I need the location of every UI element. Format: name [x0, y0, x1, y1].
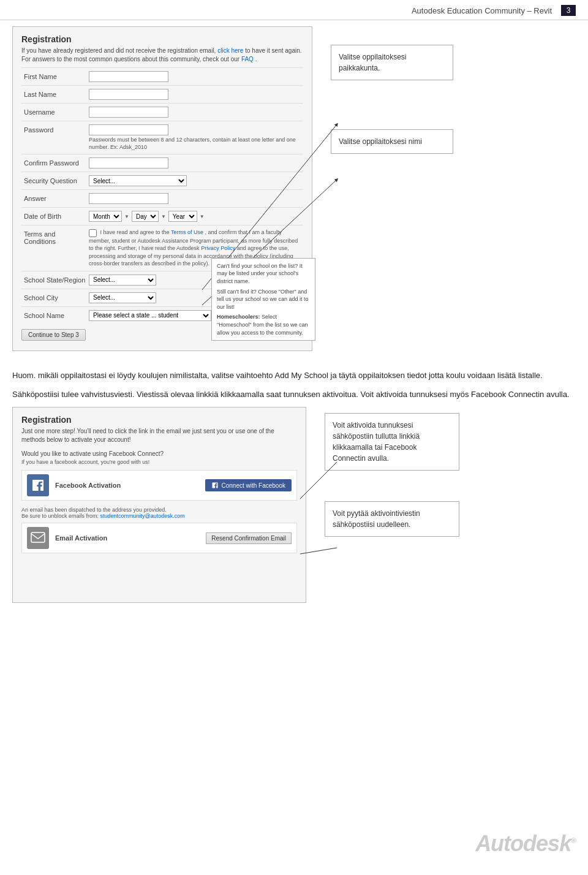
fb-sublabel: If you have a facebook account, you're g…: [21, 459, 297, 465]
form-row-confirm-password: Confirm Password: [21, 154, 303, 172]
tooltip3: Voit aktivoida tunnuksesi sähköpostiin t…: [325, 413, 459, 471]
form-row-answer: Answer: [21, 189, 303, 207]
fb-question: Would you like to activate using Faceboo…: [21, 450, 297, 457]
email-icon: [27, 527, 49, 549]
email-dispatch-text: An email has been dispatched to the addr…: [21, 507, 297, 519]
select-month[interactable]: Month: [89, 211, 122, 222]
field-confirm-password: [89, 157, 303, 169]
tooltip4-text: Voit pyytää aktivointiviestin sähköposti…: [333, 509, 420, 529]
dob-separator1: ▼: [124, 214, 129, 219]
email-dispatch-line1: An email has been dispatched to the addr…: [21, 507, 167, 513]
label-security: Security Question: [21, 175, 89, 184]
body-text2: Sähköpostiisi tulee vahvistusviesti. Vie…: [12, 388, 576, 401]
label-answer: Answer: [21, 193, 89, 202]
terms-prefix: I have read and agree to the: [100, 229, 171, 235]
form-row-schoolname: School Name Please select a state ... st…: [21, 306, 303, 324]
label-confirm-password: Confirm Password: [21, 157, 89, 167]
input-firstname[interactable]: [89, 71, 168, 82]
input-username[interactable]: [89, 107, 168, 118]
field-password: Passwords must be between 8 and 12 chara…: [89, 124, 303, 151]
tooltip-area-1: Valitse oppilaitoksesi paikkakunta. Vali…: [312, 26, 576, 360]
label-firstname: First Name: [21, 71, 89, 80]
intro-text3: For answers to the most common questions…: [21, 56, 241, 63]
label-password: Password: [21, 124, 89, 134]
registration2-screenshot: Registration Just one more step! You'll …: [12, 407, 306, 603]
email-activation-item: Email Activation Resend Confirmation Ema…: [21, 523, 297, 553]
registered-mark: ®: [571, 836, 576, 845]
connect-facebook-label: Connect with Facebook: [221, 482, 285, 489]
page-number: 3: [561, 5, 576, 16]
form-row-username: Username: [21, 103, 303, 121]
fb-sublabel-text: If you have a facebook account, you're g…: [21, 459, 149, 465]
connect-facebook-btn[interactable]: Connect with Facebook: [205, 479, 292, 491]
privacy-policy-link[interactable]: Privacy Policy: [201, 245, 235, 251]
tooltip2-text: Valitse oppilaitoksesi nimi: [339, 137, 422, 146]
registration-form-box: Registration If you have already registe…: [12, 26, 312, 351]
faq-link[interactable]: FAQ: [241, 56, 254, 63]
body-text1: Huom. mikäli oppilaitostasi ei löydy kou…: [12, 369, 576, 382]
tooltip-area-2: Voit aktivoida tunnuksesi sähköpostiin t…: [306, 407, 576, 603]
tooltip1-text: Valitse oppilaitoksesi paikkakunta.: [339, 53, 407, 72]
page-header: Autodesk Education Community – Revit 3: [0, 0, 588, 20]
label-state: School State/Region: [21, 275, 89, 284]
facebook-icon: [27, 474, 49, 496]
select-year[interactable]: Year: [168, 211, 197, 222]
field-firstname: [89, 71, 303, 82]
label-schoolname: School Name: [21, 310, 89, 319]
reg-form-intro: If you have already registered and did n…: [21, 47, 303, 64]
resend-confirmation-btn[interactable]: Resend Confirmation Email: [206, 532, 292, 544]
select-schoolname[interactable]: Please select a state ... student: [89, 310, 211, 321]
autodesk-logo-text: Autodesk®: [475, 831, 576, 856]
school-tooltip-p2: Still can't find it? Choose "Other" and …: [217, 288, 310, 311]
select-security[interactable]: Select...: [89, 175, 187, 186]
input-lastname[interactable]: [89, 89, 168, 100]
label-terms: Terms and Conditions: [21, 229, 89, 245]
school-tooltip-popup: Can't find your school on the list? It m…: [211, 258, 315, 341]
label-city: School City: [21, 292, 89, 301]
terms-checkbox[interactable]: [89, 229, 97, 237]
click-here-link[interactable]: click here: [217, 47, 243, 54]
input-answer[interactable]: [89, 193, 168, 204]
facebook-activation-label: Facebook Activation: [55, 482, 199, 489]
reg2-title: Registration: [21, 415, 297, 425]
input-confirm-password[interactable]: [89, 157, 168, 169]
section2-row: Registration Just one more step! You'll …: [12, 407, 576, 603]
fb-logo-svg: [31, 478, 45, 493]
intro-text1: If you have already registered and did n…: [21, 47, 217, 54]
intro-period: .: [255, 56, 257, 63]
terms-of-use-link[interactable]: Terms of Use: [171, 229, 203, 235]
select-state[interactable]: Select...: [89, 275, 156, 286]
autodesk-logo: Autodesk®: [475, 831, 576, 857]
intro-text2: to have it sent again.: [245, 47, 301, 54]
fb-question-text: Would you like to activate using Faceboo…: [21, 450, 164, 457]
label-dob: Date of Birth: [21, 211, 89, 220]
continue-btn[interactable]: Continue to Step 3: [21, 329, 86, 341]
select-day[interactable]: Day: [132, 211, 159, 222]
select-city[interactable]: Select...: [89, 292, 156, 303]
tooltip3-text: Voit aktivoida tunnuksesi sähköpostiin t…: [333, 421, 420, 463]
page-title: Autodesk Education Community – Revit: [12, 6, 561, 15]
reg2-intro-text: Just one more step! You'll need to click…: [21, 428, 274, 443]
tooltip2: Valitse oppilaitoksesi nimi: [331, 129, 453, 154]
fb-btn-icon: [211, 482, 219, 489]
school-tooltip-p3: Homeschoolers: Select "Homeschool" from …: [217, 313, 310, 336]
field-lastname: [89, 89, 303, 100]
email-unblock-text: Be sure to unblock emails from:: [21, 513, 99, 519]
svg-rect-2: [31, 532, 45, 542]
dob-separator2: ▼: [161, 214, 166, 219]
input-password[interactable]: [89, 124, 168, 135]
section1-row: Registration If you have already registe…: [12, 26, 576, 360]
password-hint: Passwords must be between 8 and 12 chara…: [89, 137, 303, 151]
form-row-password: Password Passwords must be between 8 and…: [21, 121, 303, 154]
school-tooltip-p1: Can't find your school on the list? It m…: [217, 262, 310, 286]
reg2-intro: Just one more step! You'll need to click…: [21, 427, 297, 444]
main-content: Registration If you have already registe…: [0, 26, 588, 603]
form-row-firstname: First Name: [21, 67, 303, 85]
email-address-link[interactable]: studentcommunity@autodesk.com: [100, 513, 185, 519]
email-icon-svg: [31, 532, 45, 544]
reg-form-title: Registration: [21, 34, 303, 44]
tooltip1: Valitse oppilaitoksesi paikkakunta.: [331, 45, 453, 80]
label-lastname: Last Name: [21, 89, 89, 98]
field-username: [89, 107, 303, 118]
email-activation-label: Email Activation: [55, 534, 200, 542]
